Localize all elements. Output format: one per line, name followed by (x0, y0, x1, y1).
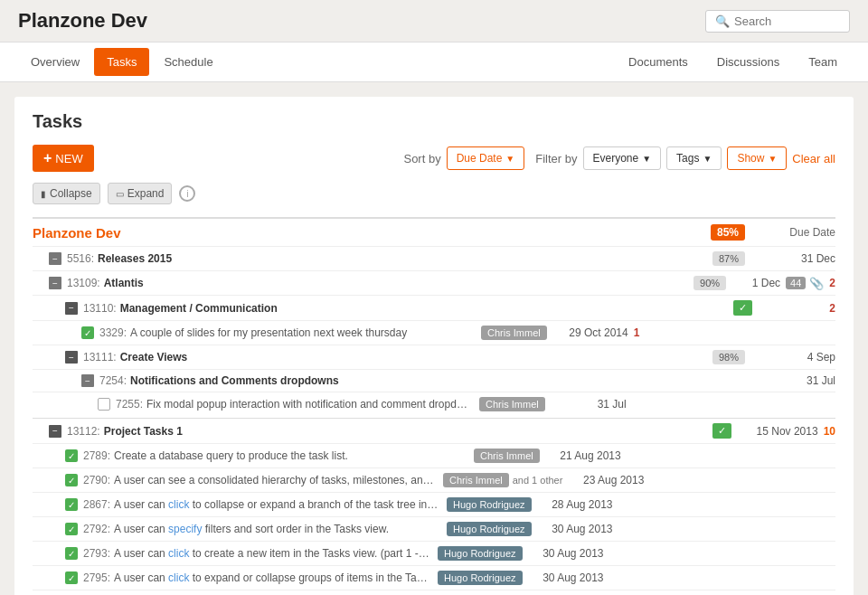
checkbox-done[interactable]: ✓ (65, 449, 78, 462)
sort-label: Sort by (403, 152, 440, 165)
assignee-tag: Hugo Rodriguez (438, 546, 523, 561)
toolbar-left: + NEW (33, 145, 94, 172)
checkbox-done[interactable]: ✓ (65, 571, 78, 584)
nav-documents[interactable]: Documents (616, 44, 701, 80)
show-dropdown[interactable]: Show ▼ (727, 146, 787, 170)
checkbox-done[interactable]: ✓ (65, 498, 78, 511)
table-row: − 13110: Management / Communication ✓ 2 (33, 295, 835, 320)
sort-dropdown[interactable]: Due Date ▼ (447, 146, 525, 170)
filter-value: Everyone (593, 152, 639, 165)
expand-button[interactable]: ▭ Expand (108, 183, 173, 204)
task-desc: A user can specify filters and sort orde… (114, 523, 439, 535)
info-icon[interactable]: i (179, 185, 195, 202)
table-row: ✓ 2796: A user can see a header in the T… (33, 590, 835, 595)
collapse-toggle[interactable]: − (49, 277, 61, 289)
tags-arrow-icon: ▼ (703, 154, 712, 164)
nav-team[interactable]: Team (796, 44, 850, 80)
table-row: − 13111: Create Views 98% 4 Sep (33, 345, 835, 369)
table-row: − 5516: Releases 2015 87% 31 Dec (33, 246, 835, 270)
project-progress-badge: 85% (711, 224, 745, 241)
task-id: 5516: (67, 252, 94, 265)
collapse-icon: ▮ (41, 189, 46, 199)
task-title: Create Views (120, 351, 188, 364)
sort-value: Due Date (457, 152, 503, 165)
sidebar-item-overview[interactable]: Overview (18, 44, 92, 80)
search-input[interactable] (734, 14, 834, 28)
collapse-button[interactable]: ▮ Collapse (33, 183, 100, 204)
table-row: ✓ 2792: A user can specify filters and s… (33, 516, 835, 541)
task-desc: Create a database query to produce the t… (114, 449, 467, 462)
date-col: 31 Jul (754, 374, 835, 387)
task-desc: Fix modal popup interaction with notific… (146, 398, 472, 411)
task-id: 2795: (83, 571, 110, 584)
task-id: 13111: (83, 351, 117, 364)
table-row: ✓ 3329: A couple of slides for my presen… (33, 320, 835, 345)
task-title: Management / Communication (120, 302, 278, 315)
date-col: 30 Aug 2013 (523, 547, 604, 560)
new-task-button[interactable]: + NEW (33, 145, 94, 172)
checkbox-done[interactable]: ✓ (65, 547, 78, 560)
task-id: 3329: (99, 326, 127, 339)
nav-left: Overview Tasks Schedule (18, 42, 226, 81)
checkbox-empty[interactable] (98, 398, 110, 411)
page-title: Tasks (33, 111, 835, 132)
task-desc: A user can see a consolidated hierarchy … (114, 474, 439, 486)
date-col: 30 Aug 2013 (532, 523, 613, 535)
task-desc: A user can click to create a new item in… (114, 547, 430, 560)
task-id: 2792: (83, 523, 110, 535)
checkbox-done[interactable]: ✓ (65, 523, 78, 535)
tags-label: Tags (676, 152, 699, 165)
attach-icon: 📎 (809, 277, 824, 290)
assignee-tag: Chris Immel (474, 449, 540, 463)
task-id: 2790: (83, 474, 110, 486)
task-id: 13110: (83, 302, 117, 315)
count-red: 10 (824, 425, 835, 438)
collapse-toggle[interactable]: − (65, 351, 78, 364)
table-row: − 13109: Atlantis 90% 1 Dec 44 📎 2 (33, 270, 835, 295)
nav-discussions[interactable]: Discussions (704, 44, 792, 80)
assignee-tag: Chris Immel (479, 397, 545, 411)
task-desc: A user can click to collapse or expand a… (114, 498, 439, 511)
plus-icon: + (43, 150, 52, 166)
clear-all-button[interactable]: Clear all (792, 152, 835, 165)
date-col: 4 Sep (754, 351, 835, 364)
table-row: − 7254: Notifications and Comments dropd… (33, 369, 835, 392)
tags-dropdown[interactable]: Tags ▼ (666, 146, 722, 170)
collapse-toggle[interactable]: − (49, 425, 61, 438)
collapse-toggle[interactable]: − (65, 302, 78, 315)
nav-right: Documents Discussions Team (616, 44, 850, 80)
table-row: 7255: Fix modal popup interaction with n… (33, 392, 835, 416)
count-red: 2 (829, 277, 835, 289)
progress-badge-sm: 98% (712, 350, 745, 364)
task-title: Project Tasks 1 (104, 425, 183, 438)
date-col: 29 Oct 2014 (547, 326, 628, 339)
project-header-row: Planzone Dev 85% Due Date (33, 217, 835, 246)
task-title: Notifications and Comments dropdowns (130, 374, 339, 387)
sidebar-item-schedule[interactable]: Schedule (151, 44, 225, 80)
assignee-tag: Chris Immel (443, 473, 509, 487)
table-row: ✓ 2795: A user can click to expand or co… (33, 565, 835, 590)
checkbox-done[interactable]: ✓ (81, 326, 94, 339)
date-col: 31 Dec (754, 252, 835, 265)
task-id: 13112: (67, 425, 100, 438)
search-icon: 🔍 (715, 14, 730, 28)
table-row: ✓ 2790: A user can see a consolidated hi… (33, 468, 835, 492)
filter-dropdown[interactable]: Everyone ▼ (583, 146, 662, 170)
collapse-bar: ▮ Collapse ▭ Expand i (33, 183, 835, 204)
progress-badge: 90% (693, 276, 726, 290)
collapse-toggle[interactable]: − (81, 374, 94, 387)
sidebar-item-tasks[interactable]: Tasks (94, 48, 149, 76)
green-check: ✓ (712, 423, 731, 439)
table-row: ✓ 2867: A user can click to collapse or … (33, 492, 835, 516)
assignee-tag: Hugo Rodriguez (447, 497, 532, 512)
task-title: Atlantis (104, 277, 144, 289)
task-id: 2793: (83, 547, 110, 560)
checkbox-done[interactable]: ✓ (65, 474, 78, 486)
expand-icon: ▭ (116, 189, 124, 199)
toolbar-right: Sort by Due Date ▼ Filter by Everyone ▼ … (403, 146, 835, 170)
date-col: 23 Aug 2013 (562, 474, 644, 486)
search-box[interactable]: 🔍 (705, 10, 850, 33)
collapse-toggle[interactable]: − (49, 252, 61, 265)
assignee-tag: Hugo Rodriguez (447, 522, 532, 536)
date-col: 28 Aug 2013 (532, 498, 613, 511)
